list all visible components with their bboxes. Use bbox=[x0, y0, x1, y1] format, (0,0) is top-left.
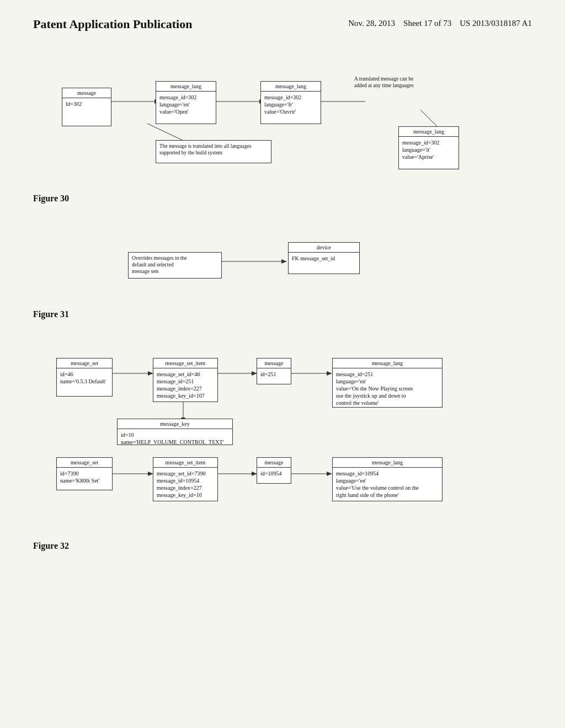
fig32-r1-m-content: id=251 bbox=[260, 371, 287, 378]
fig30-lang-fr-title: message_lang bbox=[261, 82, 321, 92]
fig32-r1-ml-content: message_id=251language='en'value='On the… bbox=[336, 371, 439, 406]
fig30-message-lang-it-box: message_lang message_id=302language='it'… bbox=[398, 126, 459, 169]
fig30-lang-it-title: message_lang bbox=[399, 127, 459, 137]
fig30-message-lang-en-box: message_lang message_id=302language='en'… bbox=[156, 81, 216, 124]
fig32-r1-msi-content: message_set_id=46message_id=251message_i… bbox=[157, 371, 214, 399]
fig30-lang-en-content: message_id=302language='en'value='Open' bbox=[159, 94, 212, 115]
figure-32-section: message_set id=46name='0.5.3 Default' me… bbox=[33, 347, 532, 551]
fig31-note: Overrides messages in thedefault and sel… bbox=[128, 252, 222, 279]
svg-marker-9 bbox=[281, 259, 287, 264]
figure-31-diagram: Overrides messages in thedefault and sel… bbox=[45, 231, 520, 303]
fig32-r2-ml-title: message_lang bbox=[333, 458, 442, 468]
patent-title: Patent Application Publication bbox=[33, 17, 192, 33]
figure-31-section: Overrides messages in thedefault and sel… bbox=[33, 231, 532, 319]
fig32-r1-ms-content: id=46name='0.5.3 Default' bbox=[60, 371, 109, 385]
fig32-row1-message-lang: message_lang message_id=251language='en'… bbox=[332, 358, 443, 408]
fig32-r2-msi-title: message_set_item bbox=[153, 458, 217, 468]
fig31-device-title: device bbox=[289, 243, 359, 253]
fig30-note-translated-text: The message is translated into all langu… bbox=[159, 143, 268, 157]
fig31-note-text: Overrides messages in thedefault and sel… bbox=[132, 255, 218, 275]
header-patent: US 2013/0318187 A1 bbox=[460, 19, 532, 28]
page-header: Patent Application Publication Nov. 28, … bbox=[33, 17, 532, 38]
figure-30-diagram: message Id=302 message_lang message_id=3… bbox=[45, 60, 520, 187]
fig32-r2-m-title: message bbox=[257, 458, 291, 468]
fig32-r2-ml-content: message_id=10954language='en'value='Use … bbox=[336, 470, 439, 499]
svg-marker-15 bbox=[327, 371, 332, 376]
fig30-note-added-text: A translated message can beadded at any … bbox=[354, 76, 454, 89]
fig30-message-lang-fr-box: message_lang message_id=302language='fr'… bbox=[260, 81, 321, 124]
figure-30-label: Figure 30 bbox=[33, 194, 532, 204]
fig32-r1-msi-title: message_set_item bbox=[153, 358, 217, 368]
fig32-row1-message-set: message_set id=46name='0.5.3 Default' bbox=[56, 358, 113, 397]
fig32-message-key: message_key id=10name='HELP_VOLUME_CONTR… bbox=[117, 419, 233, 445]
fig32-r2-ms-content: id=7390name='K800i Set' bbox=[60, 470, 109, 484]
fig32-r1-m-title: message bbox=[257, 358, 291, 368]
fig32-row2-message-set: message_set id=7390name='K800i Set' bbox=[56, 457, 113, 490]
figure-30-section: message Id=302 message_lang message_id=3… bbox=[33, 60, 532, 204]
fig30-note-added: A translated message can beadded at any … bbox=[354, 76, 454, 89]
fig30-lang-fr-content: message_id=302language='fr'value='Ouvrir… bbox=[264, 94, 317, 115]
fig30-message-content: Id=302 bbox=[66, 100, 108, 108]
fig32-r2-ms-title: message_set bbox=[57, 458, 112, 468]
fig32-row2-message: message id=10954 bbox=[257, 457, 291, 484]
fig31-device-box: device FK message_set_id bbox=[288, 242, 360, 274]
fig31-device-content: FK message_set_id bbox=[292, 255, 356, 262]
fig30-message-box: message Id=302 bbox=[62, 88, 111, 126]
header-info: Nov. 28, 2013 Sheet 17 of 73 US 2013/031… bbox=[348, 17, 532, 30]
fig32-r2-msi-content: message_set_id=7390message_id=10954messa… bbox=[157, 470, 214, 499]
header-date: Nov. 28, 2013 bbox=[348, 19, 395, 28]
fig32-mk-title: message_key bbox=[118, 419, 232, 429]
fig32-row1-message-set-item: message_set_item message_set_id=46messag… bbox=[153, 358, 218, 402]
fig32-row2-message-set-item: message_set_item message_set_id=7390mess… bbox=[153, 457, 218, 501]
figure-32-diagram: message_set id=46name='0.5.3 Default' me… bbox=[45, 347, 520, 534]
fig32-row1-message: message id=251 bbox=[257, 358, 291, 384]
figure-31-label: Figure 31 bbox=[33, 309, 532, 319]
fig32-mk-content: id=10name='HELP_VOLUME_CONTROL_TEXT' bbox=[121, 431, 229, 446]
figure-32-label: Figure 32 bbox=[33, 541, 532, 551]
fig32-r1-ms-title: message_set bbox=[57, 358, 112, 368]
fig32-r1-ml-title: message_lang bbox=[333, 358, 442, 368]
fig32-r2-m-content: id=10954 bbox=[260, 470, 287, 477]
fig32-row2-message-lang: message_lang message_id=10954language='e… bbox=[332, 457, 443, 501]
fig30-lang-en-title: message_lang bbox=[156, 82, 216, 92]
fig30-note-translated: The message is translated into all langu… bbox=[156, 140, 271, 163]
fig30-lang-it-content: message_id=302language='it'value='Aprise… bbox=[402, 139, 455, 160]
svg-marker-23 bbox=[327, 472, 332, 476]
header-sheet: Sheet 17 of 73 bbox=[403, 19, 451, 28]
fig30-message-title: message bbox=[62, 88, 111, 98]
